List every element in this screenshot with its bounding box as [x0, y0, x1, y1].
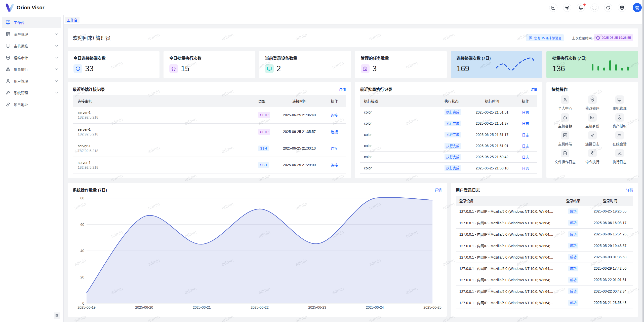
svg-text:0: 0 [82, 301, 84, 305]
svg-text:2025-06-24: 2025-06-24 [366, 305, 384, 309]
svg-text:60: 60 [80, 223, 84, 227]
svg-text:2025-06-25: 2025-06-25 [423, 305, 441, 309]
svg-text:80: 80 [80, 196, 84, 200]
svg-text:2025-06-20: 2025-06-20 [135, 305, 153, 309]
svg-text:40: 40 [80, 249, 84, 253]
svg-text:2025-06-21: 2025-06-21 [193, 305, 211, 309]
svg-text:2025-06-23: 2025-06-23 [308, 305, 326, 309]
svg-text:2025-06-22: 2025-06-22 [251, 305, 269, 309]
svg-text:2025-06-19: 2025-06-19 [77, 305, 96, 309]
svg-text:20: 20 [80, 275, 84, 279]
